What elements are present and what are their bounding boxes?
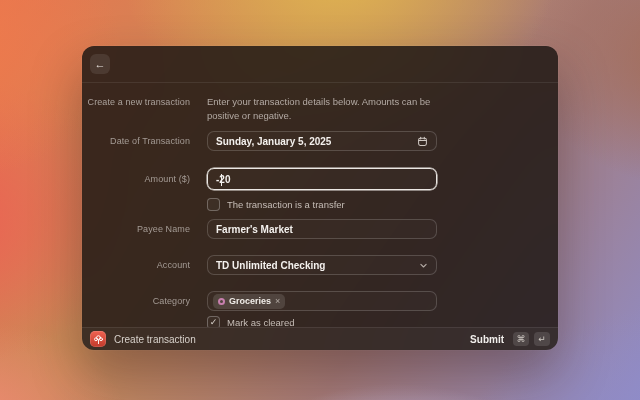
cleared-checkbox[interactable]: ✓ — [207, 316, 220, 328]
app-logo-icon — [90, 331, 106, 347]
category-row: Category Groceries × — [82, 291, 558, 311]
account-select[interactable]: TD Unlimited Checking — [207, 255, 437, 275]
cleared-label: Mark as cleared — [227, 317, 295, 328]
chevron-down-icon — [419, 261, 428, 270]
category-input[interactable]: Groceries × — [207, 291, 437, 311]
amount-value: -20 — [216, 174, 230, 185]
date-row: Date of Transaction Sunday, January 5, 2… — [82, 131, 558, 151]
payee-value: Farmer's Market — [216, 224, 293, 235]
date-label: Date of Transaction — [82, 136, 190, 146]
return-key-icon[interactable]: ↵ — [534, 332, 550, 346]
form-description: Enter your transaction details below. Am… — [207, 95, 437, 123]
account-value: TD Unlimited Checking — [216, 260, 325, 271]
category-label: Category — [82, 296, 190, 306]
cleared-checkbox-row: ✓ Mark as cleared — [207, 315, 558, 327]
create-transaction-dialog: ← Create a new transaction Enter your tr… — [82, 46, 558, 350]
form-title: Create a new transaction — [82, 95, 190, 107]
payee-row: Payee Name Farmer's Market — [82, 219, 558, 239]
remove-tag-icon[interactable]: × — [275, 297, 280, 306]
account-row: Account TD Unlimited Checking — [82, 255, 558, 275]
payee-input[interactable]: Farmer's Market — [207, 219, 437, 239]
amount-label: Amount ($) — [82, 174, 190, 184]
check-icon: ✓ — [210, 317, 218, 327]
submit-button[interactable]: Submit — [470, 334, 504, 345]
command-key-icon[interactable]: ⌘ — [513, 332, 529, 346]
transfer-label: The transaction is a transfer — [227, 199, 345, 210]
dialog-header: ← — [82, 46, 558, 83]
dialog-footer: Create transaction Submit ⌘ ↵ — [82, 327, 558, 350]
account-label: Account — [82, 260, 190, 270]
footer-actions: Submit ⌘ ↵ — [470, 332, 550, 346]
transfer-checkbox-row: The transaction is a transfer — [207, 198, 558, 211]
dialog-body: Create a new transaction Enter your tran… — [82, 83, 558, 327]
payee-label: Payee Name — [82, 224, 190, 234]
category-tag[interactable]: Groceries × — [213, 294, 285, 309]
back-arrow-icon: ← — [95, 54, 106, 74]
category-tag-label: Groceries — [229, 296, 271, 306]
form-intro-row: Create a new transaction Enter your tran… — [82, 95, 558, 123]
calendar-icon[interactable] — [417, 136, 428, 147]
back-button[interactable]: ← — [90, 54, 110, 74]
category-color-icon — [218, 298, 225, 305]
amount-input[interactable]: -20 — [207, 168, 437, 190]
date-input[interactable]: Sunday, January 5, 2025 — [207, 131, 437, 151]
amount-row: Amount ($) -20 — [82, 168, 558, 190]
text-caret — [221, 174, 222, 186]
transfer-checkbox[interactable] — [207, 198, 220, 211]
date-value: Sunday, January 5, 2025 — [216, 136, 331, 147]
desktop-background: ← Create a new transaction Enter your tr… — [0, 0, 640, 400]
footer-title: Create transaction — [114, 334, 196, 345]
